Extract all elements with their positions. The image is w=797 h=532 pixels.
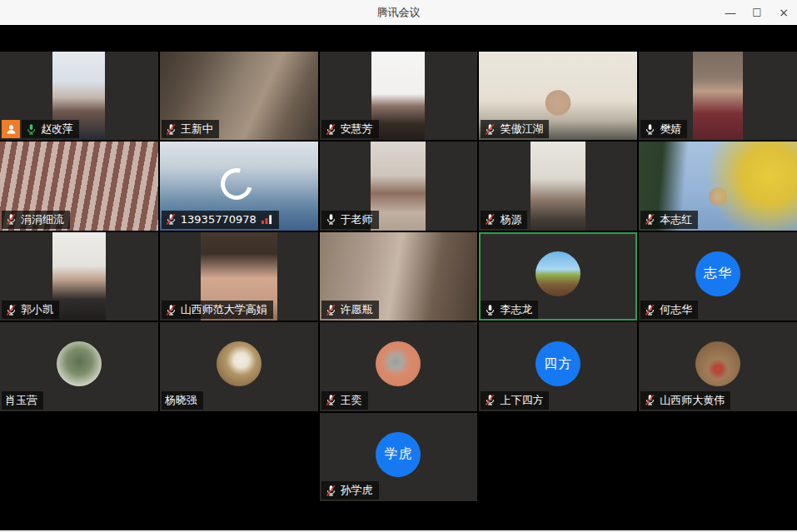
participant-name: 安慧芳 [341,122,373,136]
tile-wang-yi[interactable]: 王奕 [320,322,478,410]
tile-gao-juan[interactable]: 山西师范大学高娟 [160,232,318,321]
name-label: 上下四方 [481,391,549,410]
participant-name: 上下四方 [500,394,543,407]
participant-avatar [217,341,262,386]
participant-label-row: 何志华 [640,301,698,319]
participant-name: 山西师范大学高娟 [181,303,267,316]
name-label: 杨源 [481,211,527,229]
participant-name: 李志龙 [500,303,532,316]
participant-name: 杨晓强 [165,394,197,407]
titlebar[interactable]: 腾讯会议 — □ × [0,0,797,25]
name-label: 樊婧 [640,120,687,138]
microphone-icon [325,304,337,316]
participant-avatar [376,341,421,386]
participant-label-row: 杨晓强 [162,391,203,410]
tile-li-zhilong[interactable]: 李志龙 [479,232,637,321]
poor-network-icon [261,214,273,225]
participant-video [371,52,425,140]
tile-sun-xuehu[interactable]: 学虎 孙学虎 [320,413,478,501]
tile-yang-yuan[interactable]: 杨源 [479,142,637,230]
name-label: 肖玉营 [2,391,43,410]
name-label: 13935770978 [162,211,279,229]
tile-shangxia-sifang[interactable]: 四方 上下四方 [479,322,637,410]
participant-avatar: 学虎 [376,432,421,477]
tile-xu-yuanping[interactable]: 许愿瓶 [320,232,478,321]
tile-fan-jing[interactable]: 樊婧 [639,52,797,140]
participant-name: 王新中 [181,122,213,136]
participant-name: 孙学虎 [341,484,373,497]
tile-phone-139[interactable]: 13935770978 [160,142,318,230]
name-label: 赵改萍 [22,120,79,138]
tencent-meeting-window: 腾讯会议 — □ × [0,0,797,532]
participant-video [693,52,743,140]
tile-juanjuan-xiliu[interactable]: 涓涓细流 [0,142,158,230]
close-button[interactable]: × [770,0,797,25]
participant-label-row: 孙学虎 [321,481,379,500]
microphone-icon [644,304,656,316]
participant-label-row: 许愿瓶 [321,301,379,319]
host-badge-icon [2,120,20,138]
participant-avatar: 志华 [695,251,740,296]
bottom-black-strip [0,501,797,532]
microphone-icon [484,123,496,136]
tile-he-zhihua[interactable]: 志华 何志华 [639,232,797,321]
name-label: 孙学虎 [321,481,379,500]
name-label: 杨晓强 [162,391,203,410]
participant-name: 赵改萍 [41,122,73,136]
microphone-icon [325,394,337,406]
tile-yu-laoshi[interactable]: 于老师 [320,142,478,230]
participant-name: 山西师大黄伟 [660,394,725,407]
participant-label-row: 上下四方 [481,391,549,410]
participant-label-row: 本志红 [640,211,698,229]
participant-name: 本志红 [660,213,692,226]
participant-label-row: 李志龙 [481,301,538,319]
name-label: 王奕 [321,391,368,410]
participant-name: 杨源 [500,213,521,226]
tile-wang-xinzhong[interactable]: 王新中 [160,52,318,140]
minimize-button[interactable]: — [717,0,744,25]
participant-avatar: 四方 [535,341,580,386]
name-label: 山西师范大学高娟 [162,301,273,319]
tile-zhao-gaiping[interactable]: 赵改萍 [0,52,158,140]
participant-name: 涓涓细流 [21,213,64,226]
participant-video [52,232,106,321]
participant-name: 何志华 [660,303,692,316]
microphone-icon [25,123,37,136]
participant-video [371,142,426,230]
participant-label-row: 王奕 [321,391,368,410]
participant-avatar [535,251,580,296]
top-black-strip [0,25,797,52]
participant-label-row: 樊婧 [640,120,687,138]
name-label: 何志华 [640,301,698,319]
name-label: 李志龙 [481,301,538,319]
participant-name: 13935770978 [181,213,257,226]
participant-name: 王奕 [341,394,362,407]
microphone-icon [5,304,17,316]
window-controls: — □ × [717,0,797,25]
participant-label-row: 13935770978 [162,211,279,229]
tile-guo-xiaokai[interactable]: 郭小凯 [0,232,158,321]
participant-name: 樊婧 [660,122,681,136]
tile-xiaoao-jianghu[interactable]: 笑傲江湖 [479,52,637,140]
participant-label-row: 山西师大黄伟 [640,391,730,410]
participant-name: 于老师 [341,213,373,226]
name-label: 许愿瓶 [321,301,379,319]
tile-xiao-yuying[interactable]: 肖玉营 [0,322,158,410]
tile-an-huifang[interactable]: 安慧芳 [320,52,478,140]
participant-name: 肖玉营 [5,394,37,407]
microphone-icon [484,213,496,226]
microphone-icon [325,123,337,136]
participant-label-row: 安慧芳 [321,120,379,138]
window-title: 腾讯会议 [0,5,797,20]
name-label: 本志红 [640,211,698,229]
tile-ben-zhihong[interactable]: 本志红 [639,142,797,230]
microphone-icon [644,213,656,226]
microphone-icon [484,304,496,316]
name-label: 于老师 [321,211,379,229]
tile-yang-xiaoqiang[interactable]: 杨晓强 [160,322,318,410]
participant-video [531,142,585,230]
tile-shanxi-shida-huangwei[interactable]: 山西师大黄伟 [639,322,797,410]
maximize-button[interactable]: □ [744,0,770,24]
microphone-icon [165,213,177,226]
participant-label-row: 笑傲江湖 [481,120,549,138]
